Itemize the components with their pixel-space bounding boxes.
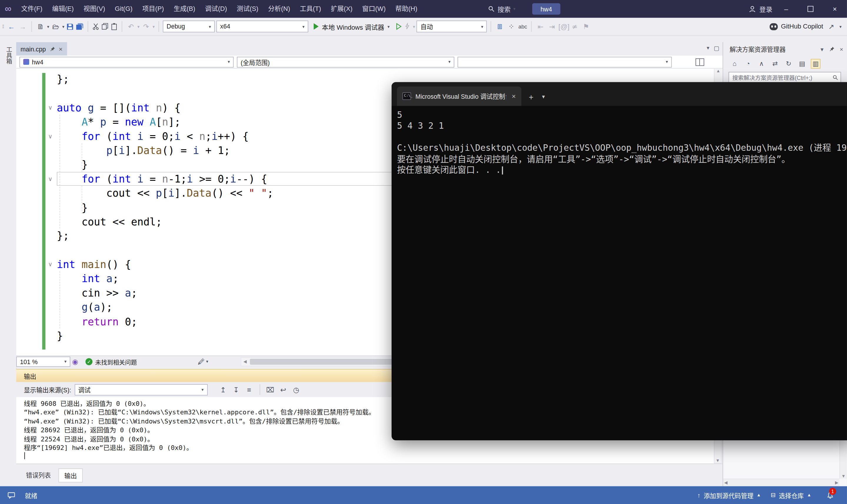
restore-button[interactable] (798, 0, 823, 18)
chevron-down-icon[interactable]: ▾ (206, 359, 208, 364)
spell-check-icon[interactable]: abc (518, 23, 528, 30)
start-debugging-button[interactable]: 本地 Windows 调试器 ▾ (310, 19, 394, 34)
previous-message-icon[interactable]: ↥ (218, 385, 228, 394)
next-message-icon[interactable]: ↧ (231, 385, 241, 394)
preview-selected-items-icon[interactable]: ▥ (811, 59, 820, 69)
menu-item[interactable]: 调试(D) (200, 0, 232, 18)
new-tab-icon[interactable]: + (529, 92, 533, 102)
health-check-icon[interactable]: ✓ (85, 358, 92, 365)
menu-item[interactable]: 生成(B) (169, 0, 200, 18)
solution-platform-select[interactable]: x64▾ (217, 21, 309, 32)
menu-item[interactable]: 帮助(H) (391, 0, 422, 18)
find-in-files-icon[interactable]: 🗏 (495, 22, 505, 31)
tab-error-list[interactable]: 错误列表 (21, 468, 56, 481)
tab-output[interactable]: 输出 (58, 468, 83, 483)
float-window-icon[interactable]: ▢ (714, 45, 719, 52)
show-whitespace-icon[interactable]: ⁘ (507, 22, 516, 31)
comment-icon[interactable]: [@] (558, 22, 568, 31)
member-select[interactable]: ▾ (457, 56, 672, 67)
show-all-files-icon[interactable]: ▤ (797, 59, 807, 69)
watch-mode-select[interactable]: 自动▾ (417, 21, 487, 32)
scroll-down-icon[interactable]: ▼ (715, 458, 720, 463)
menu-item[interactable]: 测试(S) (232, 0, 263, 18)
select-repository-button[interactable]: ⊟ 选择仓库 ▲ (771, 491, 811, 499)
menu-item[interactable]: Git(G) (110, 0, 137, 18)
sign-in-button[interactable]: 登录 (748, 0, 772, 18)
chevron-down-icon[interactable]: ▾ (47, 24, 49, 29)
uncomment-icon[interactable]: ≄ (570, 22, 580, 31)
menu-item[interactable]: 扩展(X) (326, 0, 358, 18)
console-titlebar[interactable]: C:\_ Microsoft Visual Studio 调试控制台 × + ▼ (392, 82, 847, 106)
zoom-select[interactable]: 101 % ▾ (16, 357, 70, 367)
fold-collapse-icon[interactable]: ∨ (45, 101, 55, 115)
code-cleanup-icon[interactable]: 🖉 (196, 358, 206, 366)
pending-changes-filter-icon[interactable]: ◔ (743, 59, 753, 69)
tab-main-cpp[interactable]: main.cpp × (16, 42, 67, 56)
chevron-down-icon[interactable]: ▾ (820, 46, 824, 53)
github-copilot-button[interactable]: GitHub Copilot ↗ ▾ (770, 22, 847, 31)
refresh-icon[interactable]: ↻ (784, 59, 793, 69)
fold-collapse-icon[interactable]: ∨ (45, 129, 55, 143)
fold-collapse-icon[interactable]: ∨ (45, 172, 55, 186)
console-tab-close-icon[interactable]: × (512, 92, 516, 100)
bookmark-icon[interactable]: ⚑ (581, 22, 591, 31)
undo-icon[interactable]: ↶ (126, 22, 136, 31)
search-input[interactable]: hw4 (532, 3, 560, 15)
collapse-all-icon[interactable]: ∧ (757, 59, 766, 69)
menu-item[interactable]: 视图(V) (79, 0, 110, 18)
copy-icon[interactable] (101, 23, 109, 30)
hot-reload-icon[interactable] (404, 23, 411, 30)
open-file-icon[interactable]: 🗁 (51, 22, 60, 31)
tab-dropdown-icon[interactable]: ▼ (541, 94, 546, 99)
scroll-left-icon[interactable]: ◀ (724, 480, 728, 485)
se-horizontal-scrollbar[interactable]: ◀ ▶ (723, 479, 839, 486)
outdent-icon[interactable]: ⇤ (536, 22, 546, 31)
solution-explorer-search-input[interactable]: 搜索解决方案资源管理器(Ctrl+;) (728, 72, 841, 84)
tab-close-icon[interactable]: × (59, 45, 63, 53)
split-editor-icon[interactable] (695, 58, 704, 66)
pin-icon[interactable] (50, 46, 55, 51)
menu-item[interactable]: 文件(F) (16, 0, 47, 18)
timestamp-icon[interactable]: ◷ (291, 385, 301, 394)
scope-select[interactable]: (全局范围) ▾ (237, 56, 454, 67)
toolbox-tab[interactable]: 工具箱 (4, 47, 13, 65)
toolbar-grip[interactable]: ⁞⁞ (2, 24, 4, 29)
menu-item[interactable]: 窗口(W) (358, 0, 391, 18)
switch-views-icon[interactable]: ⌂ (730, 59, 739, 69)
solution-explorer-titlebar[interactable]: 解决方案资源管理器 ▾ × (723, 43, 847, 55)
scroll-left-icon[interactable]: ◀ (241, 359, 249, 364)
clear-all-icon[interactable]: ⌧ (265, 385, 275, 394)
scroll-down-icon[interactable]: ▼ (842, 474, 846, 479)
search-control[interactable]: 搜索 ▾ (488, 0, 515, 18)
word-wrap-icon[interactable]: ↩ (278, 385, 288, 394)
start-without-debugging-icon[interactable] (395, 23, 403, 30)
chevron-down-icon[interactable]: ▾ (513, 6, 515, 12)
indent-icon[interactable]: ⇥ (547, 22, 557, 31)
solution-configuration-select[interactable]: Debug▾ (163, 21, 215, 32)
navigate-backward-icon[interactable]: ← (6, 22, 16, 31)
navigate-forward-icon[interactable]: → (18, 22, 28, 31)
minimize-button[interactable]: – (774, 0, 798, 18)
messages-list-icon[interactable]: ≡ (244, 385, 254, 394)
chevron-down-icon[interactable]: ▾ (62, 24, 64, 29)
project-select[interactable]: hw4 ▾ (19, 56, 234, 67)
pin-icon[interactable] (829, 47, 834, 52)
notifications-button[interactable]: 1 (821, 486, 840, 504)
console-output[interactable]: 55 4 3 2 1 C:\Users\huaji\Desktop\code\P… (392, 106, 847, 180)
debug-console-window[interactable]: C:\_ Microsoft Visual Studio 调试控制台 × + ▼… (392, 82, 847, 440)
menu-item[interactable]: 分析(N) (263, 0, 295, 18)
console-tab[interactable]: C:\_ Microsoft Visual Studio 调试控制台 × (397, 86, 521, 106)
new-file-icon[interactable]: 🗎 (36, 22, 45, 31)
paste-icon[interactable] (110, 23, 118, 30)
sync-with-active-document-icon[interactable]: ⇄ (770, 59, 780, 69)
feedback-button[interactable] (8, 492, 15, 499)
save-all-icon[interactable] (75, 22, 84, 31)
menu-item[interactable]: 项目(P) (137, 0, 169, 18)
share-icon[interactable]: ↗ (826, 22, 836, 31)
add-to-source-control-button[interactable]: ↑ 添加到源代码管理 ▲ (697, 491, 761, 499)
redo-icon[interactable]: ↷ (141, 22, 151, 31)
menu-item[interactable]: 编辑(E) (47, 0, 79, 18)
close-button[interactable]: × (823, 0, 847, 18)
menu-item[interactable]: 工具(T) (295, 0, 326, 18)
save-icon[interactable] (66, 22, 74, 31)
